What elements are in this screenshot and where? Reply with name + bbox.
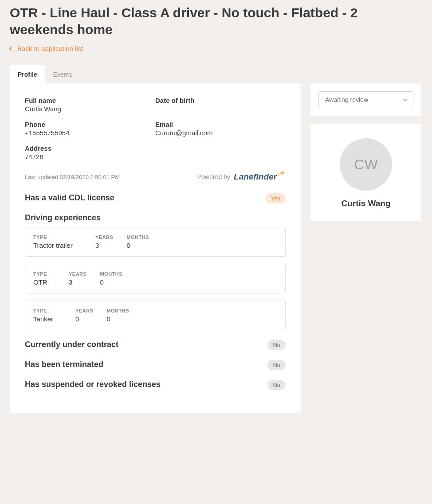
status-card: Awaiting review	[310, 83, 421, 116]
label-email: Email	[155, 121, 286, 128]
col-type-label: TYPE	[33, 234, 82, 240]
exp-years: 0	[75, 315, 93, 323]
status-selected-label: Awaiting review	[325, 96, 368, 103]
applicant-name: Curtis Wang	[318, 199, 413, 208]
avatar: CW	[340, 138, 392, 191]
exp-years: 3	[95, 242, 113, 249]
col-type-label: TYPE	[33, 271, 55, 277]
label-phone: Phone	[25, 121, 155, 128]
experience-row: TYPE Tanker YEARS 0 MONTHS 0	[25, 301, 286, 330]
status-select[interactable]: Awaiting review	[318, 91, 413, 108]
exp-months: 0	[100, 278, 122, 286]
badge-under-contract: No	[267, 340, 286, 350]
last-updated-label: Last updated	[25, 174, 58, 180]
last-updated: Last updated 02/19/2020 2:50:01 PM	[25, 174, 120, 180]
tabs: Profile Events	[10, 65, 422, 83]
exp-type: Tractor trailer	[33, 242, 82, 249]
lanefinder-wordmark: Lanefinder	[234, 172, 277, 182]
powered-by: Powered by Lanefinder	[197, 172, 286, 182]
section-driving-exp-title: Driving experiences	[25, 213, 101, 223]
field-full-name: Full name Curtis Wang	[25, 97, 155, 113]
pin-icon	[278, 170, 286, 178]
field-email: Email Cururu@gmail.com	[155, 121, 286, 137]
badge-terminated: No	[267, 360, 286, 370]
chevron-left-icon	[9, 47, 14, 51]
badge-cdl: Yes	[266, 193, 286, 203]
page-title: OTR - Line Haul - Class A driver - No to…	[10, 4, 422, 38]
col-years-label: YEARS	[95, 234, 113, 240]
col-months-label: MONTHS	[100, 271, 122, 277]
last-updated-value: 02/19/2020 2:50:01 PM	[60, 174, 120, 180]
col-months-label: MONTHS	[106, 308, 129, 313]
field-phone: Phone +15555755954	[25, 121, 155, 137]
badge-suspended: No	[267, 380, 286, 390]
experience-row: TYPE Tractor trailer YEARS 3 MONTHS 0	[25, 227, 286, 257]
label-dob: Date of birth	[155, 97, 286, 104]
powered-by-label: Powered by	[197, 173, 230, 180]
svg-point-1	[282, 172, 283, 174]
value-phone: +15555755954	[25, 129, 155, 137]
label-full-name: Full name	[25, 97, 155, 104]
exp-years: 3	[69, 278, 86, 286]
value-full-name: Curtis Wang	[25, 105, 155, 113]
col-years-label: YEARS	[75, 308, 93, 313]
section-cdl-title: Has a valid CDL license	[25, 193, 114, 203]
experience-row: TYPE OTR YEARS 3 MONTHS 0	[25, 264, 286, 293]
col-months-label: MONTHS	[126, 234, 149, 240]
section-suspended-title: Has suspended or revoked licenses	[25, 380, 161, 389]
exp-type: Tanker	[33, 315, 62, 323]
exp-months: 0	[106, 315, 129, 323]
back-link[interactable]: Back to application list	[10, 45, 83, 52]
driving-experiences-list: TYPE Tractor trailer YEARS 3 MONTHS 0 TY…	[25, 227, 286, 330]
label-address: Address	[25, 145, 155, 152]
value-address: 74726	[25, 153, 155, 160]
lanefinder-logo: Lanefinder	[234, 172, 286, 182]
section-terminated-title: Has been terminated	[25, 360, 103, 369]
profile-card: Full name Curtis Wang Date of birth Phon…	[10, 83, 301, 413]
tab-profile[interactable]: Profile	[10, 65, 45, 83]
back-link-label: Back to application list	[17, 45, 83, 52]
col-type-label: TYPE	[33, 308, 62, 313]
value-email: Cururu@gmail.com	[155, 129, 286, 137]
field-dob: Date of birth	[155, 97, 286, 113]
section-under-contract-title: Currently under contract	[25, 340, 118, 349]
chevron-down-icon	[403, 97, 408, 102]
exp-type: OTR	[33, 278, 55, 286]
applicant-card: CW Curtis Wang	[310, 124, 421, 221]
field-address: Address 74726	[25, 145, 155, 160]
exp-months: 0	[126, 242, 149, 249]
tab-events[interactable]: Events	[45, 65, 80, 83]
col-years-label: YEARS	[69, 271, 86, 277]
